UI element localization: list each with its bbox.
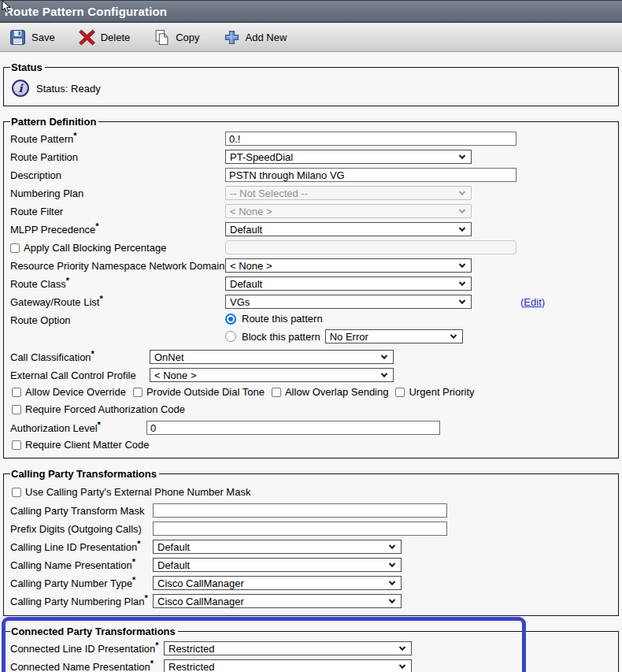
- chevron-down-icon: [459, 206, 465, 213]
- add-new-icon: [224, 29, 240, 46]
- calling-line-id-presentation-label: Calling Line ID Presentation*: [10, 541, 153, 553]
- copy-button-label: Copy: [176, 32, 199, 43]
- connected-party-section: Connected Party Transformations Connecte…: [3, 626, 619, 672]
- status-section: Status i Status: Ready: [3, 61, 619, 106]
- connected-party-wrap: Connected Party Transformations Connecte…: [0, 626, 622, 672]
- pattern-definition-section: Pattern Definition Route Pattern* Route …: [3, 116, 619, 459]
- route-option-label: Route Option: [10, 313, 225, 326]
- status-legend: Status: [10, 61, 45, 73]
- calling-line-id-presentation-select[interactable]: Default: [153, 540, 402, 554]
- calling-name-presentation-label: Calling Name Presentation*: [10, 559, 153, 571]
- calling-party-numbering-plan-label: Calling Party Numbering Plan*: [10, 596, 153, 607]
- page-title: Route Pattern Configuration: [5, 5, 167, 18]
- add-new-button[interactable]: Add New: [224, 29, 287, 46]
- save-icon: [9, 29, 26, 46]
- require-client-matter-label: Require Client Matter Code: [25, 439, 150, 451]
- route-this-pattern-label: Route this pattern: [242, 313, 323, 325]
- numbering-plan-select: -- Not Selected --: [225, 186, 472, 200]
- external-call-control-select[interactable]: < None >: [150, 368, 394, 382]
- route-class-label: Route Class*: [10, 278, 225, 290]
- route-this-pattern-radio[interactable]: [225, 314, 236, 325]
- chevron-down-icon: [389, 542, 395, 548]
- pattern-definition-legend: Pattern Definition: [10, 116, 98, 128]
- calling-party-numbering-plan-select[interactable]: Cisco CallManager: [153, 594, 402, 608]
- block-this-pattern-label: Block this pattern: [242, 331, 320, 343]
- route-pattern-input[interactable]: [225, 132, 516, 146]
- chevron-down-icon: [399, 662, 405, 668]
- call-classification-select[interactable]: OnNet: [150, 350, 394, 364]
- calling-name-presentation-select[interactable]: Default: [153, 558, 402, 572]
- numbering-plan-label: Numbering Plan: [10, 187, 225, 199]
- route-partition-select[interactable]: PT-SpeedDial: [225, 150, 472, 164]
- connected-name-presentation-select[interactable]: Restricted: [164, 659, 412, 672]
- prefix-digits-input[interactable]: [153, 522, 447, 536]
- connected-line-id-presentation-label: Connected Line ID Presentation*: [10, 643, 164, 655]
- title-bar: Route Pattern Configuration: [0, 0, 622, 23]
- chevron-down-icon: [459, 279, 465, 285]
- delete-button[interactable]: Delete: [79, 29, 131, 46]
- route-class-select[interactable]: Default: [225, 277, 472, 291]
- calling-party-legend: Calling Party Transformations: [10, 468, 159, 480]
- allow-overlap-sending-label: Allow Overlap Sending: [285, 386, 389, 398]
- require-forced-auth-label: Require Forced Authorization Code: [25, 403, 185, 415]
- route-filter-select: < None >: [225, 204, 472, 218]
- calling-transform-mask-label: Calling Party Transform Mask: [10, 505, 153, 517]
- use-external-mask-checkbox[interactable]: [12, 488, 21, 497]
- chevron-down-icon: [459, 261, 465, 267]
- save-button[interactable]: Save: [9, 29, 55, 46]
- call-classification-label: Call Classification*: [10, 351, 150, 363]
- edit-link-wrap: (Edit): [520, 296, 545, 308]
- chevron-down-icon: [389, 560, 395, 566]
- connected-line-id-presentation-select[interactable]: Restricted: [164, 641, 412, 655]
- mlpp-precedence-label: MLPP Precedence*: [10, 224, 225, 236]
- copy-button[interactable]: Copy: [154, 29, 199, 46]
- authorization-level-input[interactable]: [146, 421, 440, 435]
- route-partition-label: Route Partition: [10, 151, 225, 163]
- require-client-matter-checkbox[interactable]: [12, 440, 21, 450]
- allow-device-override-label: Allow Device Override: [25, 386, 126, 398]
- connected-party-legend: Connected Party Transformations: [10, 626, 178, 637]
- connected-name-presentation-label: Connected Name Presentation*: [10, 661, 164, 672]
- calling-party-number-type-label: Calling Party Number Type*: [10, 577, 153, 589]
- urgent-priority-checkbox[interactable]: [395, 388, 405, 397]
- delete-button-label: Delete: [101, 32, 131, 43]
- call-blocking-percentage-input: [225, 240, 516, 254]
- calling-party-number-type-select[interactable]: Cisco CallManager: [153, 576, 402, 590]
- description-input[interactable]: [225, 168, 516, 182]
- resource-priority-select[interactable]: < None >: [225, 258, 472, 273]
- chevron-down-icon: [459, 152, 465, 158]
- use-external-mask-label: Use Calling Party's External Phone Numbe…: [25, 486, 250, 498]
- gateway-route-list-select[interactable]: VGs: [225, 295, 472, 309]
- gateway-route-list-label: Gateway/Route List*: [10, 296, 225, 308]
- prefix-digits-label: Prefix Digits (Outgoing Calls): [10, 523, 153, 535]
- mouse-cursor-icon: [2, 1, 13, 15]
- status-text: Status: Ready: [36, 83, 101, 95]
- toolbar: Save Delete Copy Add New: [0, 23, 622, 52]
- allow-device-override-checkbox[interactable]: [12, 388, 21, 397]
- block-this-pattern-radio[interactable]: [225, 331, 236, 342]
- copy-icon: [154, 29, 170, 46]
- chevron-down-icon: [381, 370, 387, 377]
- chevron-down-icon: [389, 596, 395, 603]
- require-forced-auth-checkbox[interactable]: [12, 405, 21, 414]
- chevron-down-icon: [459, 188, 465, 195]
- block-reason-select[interactable]: No Error: [325, 329, 463, 343]
- form-content: Status i Status: Ready Pattern Definitio…: [0, 52, 622, 672]
- apply-call-blocking-label: Apply Call Blocking Percentage: [10, 242, 225, 254]
- edit-link[interactable]: Edit: [524, 296, 541, 308]
- description-label: Description: [10, 169, 225, 181]
- provide-outside-dial-tone-label: Provide Outside Dial Tone: [146, 386, 265, 398]
- provide-outside-dial-tone-checkbox[interactable]: [133, 388, 143, 397]
- mlpp-precedence-select[interactable]: Default: [225, 222, 472, 236]
- chevron-down-icon: [399, 644, 405, 650]
- route-pattern-configuration-page: Route Pattern Configuration Save Delete: [0, 0, 622, 672]
- route-pattern-label: Route Pattern*: [10, 133, 225, 145]
- chevron-down-icon: [381, 352, 387, 358]
- delete-icon: [79, 29, 95, 46]
- apply-call-blocking-checkbox[interactable]: [10, 243, 20, 253]
- calling-party-section: Calling Party Transformations Use Callin…: [3, 468, 619, 616]
- chevron-down-icon: [459, 225, 465, 231]
- calling-transform-mask-input[interactable]: [153, 503, 447, 518]
- allow-overlap-sending-checkbox[interactable]: [272, 388, 281, 397]
- add-new-button-label: Add New: [246, 32, 287, 43]
